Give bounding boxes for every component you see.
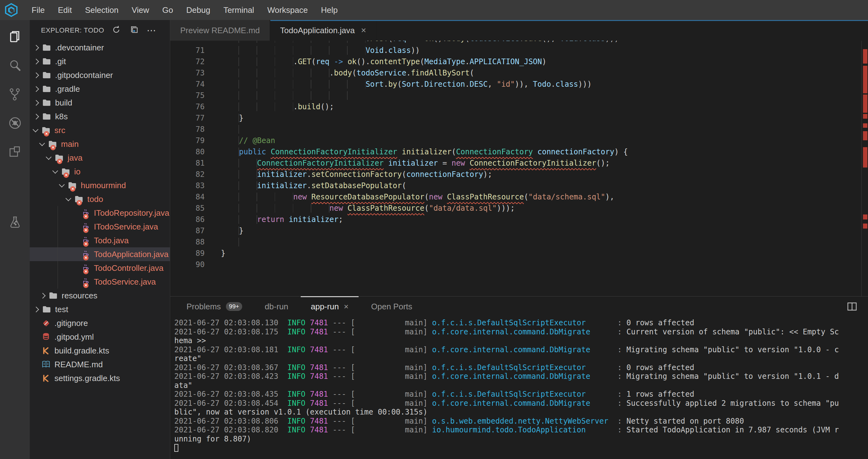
error-mark: [863, 49, 867, 63]
terminal-line: 2021-06-27 02:03:08.367 INFO 7481 --- [ …: [174, 363, 868, 372]
tree-item-humourmind[interactable]: ✕humourmind: [30, 178, 170, 192]
explorer-sidebar: EXPLORER: TODO ⋯ .devcontainer.git.gitpo…: [30, 20, 170, 459]
tree-item-settings-gradle-kts[interactable]: settings.gradle.kts: [30, 371, 170, 385]
split-panel-icon[interactable]: [847, 302, 857, 313]
tree-item-java[interactable]: ✕java: [30, 151, 170, 165]
tree-item-readme-md[interactable]: README.md: [30, 357, 170, 371]
close-icon[interactable]: ×: [361, 26, 366, 35]
token: ;: [339, 215, 343, 224]
menu-file[interactable]: File: [32, 5, 45, 15]
terminal-text: :: [613, 417, 626, 426]
terminal-text: o.f.c.i.s.DefaultSqlScriptExecutor: [432, 390, 613, 399]
panel-tab-open-ports[interactable]: Open Ports: [360, 296, 424, 317]
token: }: [221, 249, 225, 258]
panel-tab-label: db-run: [265, 302, 288, 312]
code-text: .build();: [221, 101, 334, 112]
tree-item-itodoservice-java[interactable]: ✕ITodoService.java: [30, 220, 170, 234]
tree-item-todocontroller-java[interactable]: ✕TodoController.java: [30, 261, 170, 275]
line-number: 71: [170, 45, 205, 56]
line-number: 76: [170, 101, 205, 112]
tree-item-label: todo: [87, 195, 103, 204]
tree-item--git[interactable]: .git: [30, 55, 170, 68]
tree-item-label: README.md: [55, 360, 103, 369]
tree-item-todoapplication-java[interactable]: ✕TodoApplication.java: [30, 247, 170, 261]
test-flask-icon[interactable]: [8, 216, 22, 230]
token: Direction: [424, 80, 465, 89]
tree-item-k8s[interactable]: k8s: [30, 110, 170, 123]
more-actions-icon[interactable]: ⋯: [147, 29, 157, 32]
folder-icon: ✕: [55, 153, 64, 163]
code-editor[interactable]: .POST(req -> ok().body(todoService.save(…: [170, 41, 868, 296]
line-number: 77: [170, 112, 205, 124]
search-icon[interactable]: [8, 58, 22, 73]
tree-item-todoservice-java[interactable]: ✕TodoService.java: [30, 275, 170, 289]
line-number: 89: [170, 248, 205, 259]
tree-item-itodorepository-java[interactable]: ✕ITodoRepository.java: [30, 206, 170, 220]
source-control-icon[interactable]: [8, 87, 22, 102]
panel-tab-db-run[interactable]: db-run: [253, 296, 300, 317]
terminal-text: o.f.c.i.s.DefaultSqlScriptExecutor: [432, 363, 613, 372]
terminal-text: --- [ main]: [328, 372, 432, 381]
tree-item-test[interactable]: test: [30, 303, 170, 316]
token: [330, 57, 334, 66]
code-line-74: 74 Sort.by(Sort.Direction.DESC, "id")), …: [170, 79, 868, 90]
tree-item--gitpod-yml[interactable]: .gitpod.yml: [30, 330, 170, 344]
token: ConnectionFactoryInitializer: [257, 159, 384, 168]
tree-item-src[interactable]: ✕src: [30, 123, 170, 137]
tree-item-todo-java[interactable]: ✕Todo.java: [30, 234, 170, 247]
folder-icon: ✕: [68, 181, 78, 190]
menu-go[interactable]: Go: [162, 5, 173, 15]
terminal-line: [174, 443, 868, 453]
tree-item-label: .gradle: [55, 84, 80, 94]
token: .: [578, 41, 583, 43]
indent-guides: [221, 147, 239, 156]
terminal-line: 2021-06-27 02:03:08.423 INFO 7481 --- [ …: [174, 372, 868, 381]
menu-view[interactable]: View: [132, 5, 149, 15]
tree-item--devcontainer[interactable]: .devcontainer: [30, 41, 170, 55]
close-icon[interactable]: ×: [344, 302, 348, 312]
panel-tab-problems[interactable]: Problems99+: [175, 296, 253, 317]
refresh-icon[interactable]: [112, 25, 121, 36]
tree-item-build[interactable]: build: [30, 96, 170, 110]
terminal-text: :: [613, 363, 626, 372]
terminal-text: 2021-06-27 02:03:08.181: [174, 345, 287, 354]
tree-item-main[interactable]: ✕main: [30, 137, 170, 151]
tree-item-todo[interactable]: ✕todo: [30, 192, 170, 206]
menu-edit[interactable]: Edit: [58, 5, 72, 15]
tree-item-build-gradle-kts[interactable]: build.gradle.kts: [30, 344, 170, 357]
tree-item--gitpodcontainer[interactable]: .gitpodcontainer: [30, 68, 170, 82]
menu-selection[interactable]: Selection: [85, 5, 119, 15]
files-icon[interactable]: [8, 29, 22, 44]
menu-help[interactable]: Help: [321, 5, 338, 15]
token: findAllBySort: [411, 68, 470, 77]
code-text: }: [221, 112, 243, 124]
terminal-text: 1 rows affected: [626, 390, 694, 399]
token: (: [424, 204, 429, 212]
plugin-icon[interactable]: [8, 145, 22, 159]
menu-workspace[interactable]: Workspace: [267, 5, 308, 15]
line-number: 79: [170, 135, 205, 146]
overview-ruler-scrollbar[interactable]: [861, 41, 868, 296]
tree-item--gitignore[interactable]: .gitignore: [30, 316, 170, 330]
code-line-87: 87 }: [170, 225, 868, 236]
terminal-line: reate": [174, 354, 868, 363]
terminal-text: --- [ main]: [328, 363, 432, 372]
token: Sort: [366, 80, 383, 89]
line-number: 82: [170, 169, 205, 180]
tab-todoapplication-java[interactable]: TodoApplication.java×: [270, 20, 376, 41]
panel-tab-app-run[interactable]: app-run×: [300, 296, 360, 317]
token: (: [397, 80, 402, 89]
tree-item-resources[interactable]: resources: [30, 289, 170, 303]
terminal-output[interactable]: 2021-06-27 02:03:08.130 INFO 7481 --- [ …: [170, 317, 868, 459]
tree-item--gradle[interactable]: .gradle: [30, 82, 170, 96]
menu-terminal[interactable]: Terminal: [223, 5, 254, 15]
terminal-text: 7481: [310, 363, 328, 372]
token: (: [424, 193, 429, 201]
tree-item-io[interactable]: ✕io: [30, 165, 170, 178]
menu-items: FileEditSelectionViewGoDebugTerminalWork…: [32, 5, 338, 15]
debug-icon[interactable]: [8, 116, 22, 130]
tab-preview-readme-md[interactable]: Preview README.md: [170, 20, 270, 41]
token: ConnectionFactoryInitializer: [470, 159, 596, 168]
collapse-folders-icon[interactable]: [129, 25, 138, 36]
menu-debug[interactable]: Debug: [186, 5, 210, 15]
